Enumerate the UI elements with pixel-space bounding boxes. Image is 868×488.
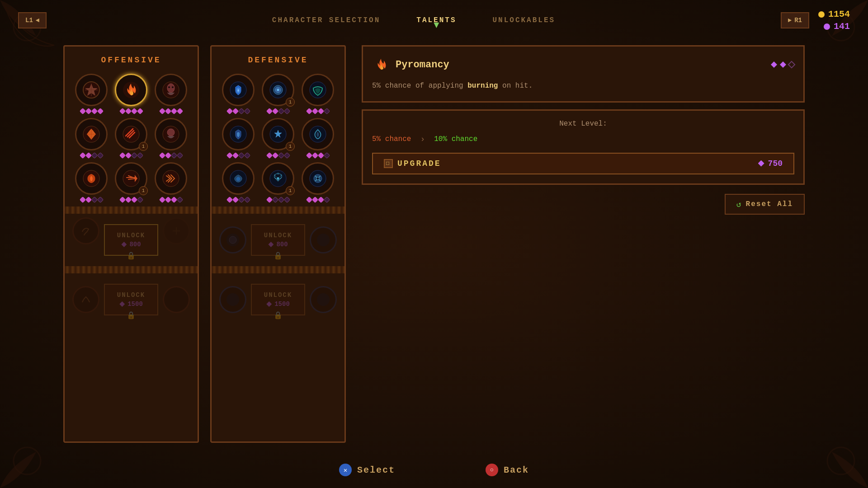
defensive-locked-icon-2 [219,286,246,313]
def-gem-cost-icon-1 [268,242,274,247]
defensive-slot-2-2[interactable]: 1 [262,118,294,158]
offensive-slot-1-2[interactable] [115,74,147,113]
badge-d-1-2: 1 [286,98,295,107]
upgrade-button[interactable]: □ UPGRADE 750 [372,153,794,174]
defensive-cost-value-2: 1500 [274,300,290,308]
gem-cost-icon-1 [121,242,127,247]
desc-suffix: on hit. [498,82,533,90]
offensive-pips-2-3 [160,153,182,158]
offensive-icon-3-2[interactable]: 1 [115,162,147,195]
offensive-pips-1-2 [120,109,142,113]
defensive-icon-2-1[interactable] [222,118,255,150]
defensive-locked-row-1: UNLOCK 800 🔒 [218,217,338,263]
offensive-pips-3-1 [80,197,103,202]
r1-arrow: ► [788,17,792,24]
svg-point-41 [317,234,330,246]
tab-character-selection[interactable]: CHARACTER SELECTION [272,16,380,24]
tab-unlockables[interactable]: UNLOCKABLES [493,16,556,24]
svg-point-18 [163,170,179,187]
svg-point-15 [167,129,175,136]
nav-right: ► R1 1154 141 [781,9,850,32]
offensive-unlock-box-2[interactable]: UNLOCK 1500 🔒 [104,284,158,315]
defensive-icon-3-1[interactable] [222,162,255,195]
nav-left: L1 ◄ [18,12,47,28]
select-label: Select [357,465,395,475]
offensive-icon-1-2[interactable] [115,74,147,106]
defensive-unlock-box-1[interactable]: UNLOCK 800 🔒 [251,224,305,256]
offensive-slot-2-3[interactable] [155,118,187,158]
defensive-row-1: 1 [218,74,338,113]
detail-stars [771,61,794,68]
offensive-slot-2-2[interactable]: 1 [115,118,147,158]
offensive-unlock-box-1[interactable]: UNLOCK 800 🔒 [104,224,158,256]
defensive-icon-3-2[interactable]: 1 [262,162,294,195]
reset-all-button[interactable]: ↺ Reset All [725,194,805,215]
offensive-pips-1-3 [160,109,182,113]
l1-label: L1 [25,17,33,24]
defensive-slot-3-2[interactable]: 1 [262,162,294,202]
main-content: OFFENSIVE [63,45,805,443]
offensive-pips-3-3 [160,197,182,202]
offensive-icon-1-1[interactable] [75,74,108,106]
svg-point-22 [170,293,183,306]
gold-amount: 1154 [828,9,850,19]
offensive-slot-1-3[interactable] [155,74,187,113]
defensive-slot-1-3[interactable] [302,74,334,113]
nav-center: CHARACTER SELECTION TALENTS UNLOCKABLES [47,16,781,24]
defensive-pips-2-2 [267,153,289,158]
offensive-slot-3-1[interactable] [75,162,108,202]
select-button[interactable]: ✕ Select [339,464,395,476]
offensive-panel: OFFENSIVE [63,45,199,443]
defensive-pips-1-2 [267,109,289,113]
offensive-icon-3-1[interactable] [75,162,108,195]
offensive-icon-3-3[interactable] [155,162,187,195]
defensive-slot-1-2[interactable]: 1 [262,74,294,113]
defensive-slot-3-1[interactable] [222,162,255,202]
detail-description-card: Pyromancy 5% chance of applying burning … [362,45,805,103]
select-circle: ✕ [339,464,352,476]
offensive-icon-2-1[interactable] [75,118,108,150]
offensive-slot-3-2[interactable]: 1 [115,162,147,202]
offensive-unlock-cost-1: 800 [121,241,141,248]
offensive-slot-3-3[interactable] [155,162,187,202]
r1-button[interactable]: ► R1 [781,12,809,28]
offensive-icon-2-3[interactable] [155,118,187,150]
defensive-slot-3-3[interactable] [302,162,334,202]
offensive-icon-2-2[interactable]: 1 [115,118,147,150]
defensive-icon-2-2[interactable]: 1 [262,118,294,150]
defensive-slot-2-3[interactable] [302,118,334,158]
defensive-icon-3-3[interactable] [302,162,334,195]
offensive-slot-2-1[interactable] [75,118,108,158]
l1-button[interactable]: L1 ◄ [18,12,47,28]
defensive-locked-icon-2b [310,286,337,313]
defensive-icon-1-3[interactable] [302,74,334,106]
defensive-icon-1-1[interactable] [222,74,255,106]
offensive-cost-value-1: 800 [129,241,141,248]
svg-point-9 [167,84,175,93]
gem-icon [824,23,830,30]
defensive-icon-2-3[interactable] [302,118,334,150]
current-chance: 5% chance [372,135,411,143]
defensive-pips-3-1 [227,197,250,202]
badge-d-2-2: 1 [286,142,295,151]
gem-amount: 141 [834,21,850,32]
offensive-chain-1 [65,206,198,214]
upgrade-icon: □ [384,159,393,168]
offensive-slot-1-1[interactable] [75,74,108,113]
defensive-unlock-cost-1: 800 [268,241,288,248]
tab-talents[interactable]: TALENTS [416,16,456,24]
next-level-comparison: 5% chance › 10% chance [372,135,794,144]
defensive-unlock-box-2[interactable]: UNLOCK 1500 🔒 [251,284,305,315]
offensive-pips-2-1 [80,153,103,158]
detail-name-container: Pyromancy [372,56,449,74]
defensive-slot-2-1[interactable] [222,118,255,158]
svg-point-33 [236,177,240,181]
defensive-icon-1-2[interactable]: 1 [262,74,294,106]
offensive-chain-2 [65,266,198,273]
back-button[interactable]: ○ Back [486,464,529,476]
defensive-slot-1-1[interactable] [222,74,255,113]
offensive-unlock-cost-2: 1500 [119,300,143,308]
offensive-unlock-label-1: UNLOCK [117,232,145,239]
offensive-icon-1-3[interactable] [155,74,187,106]
upgrade-cost: 750 [758,159,783,168]
